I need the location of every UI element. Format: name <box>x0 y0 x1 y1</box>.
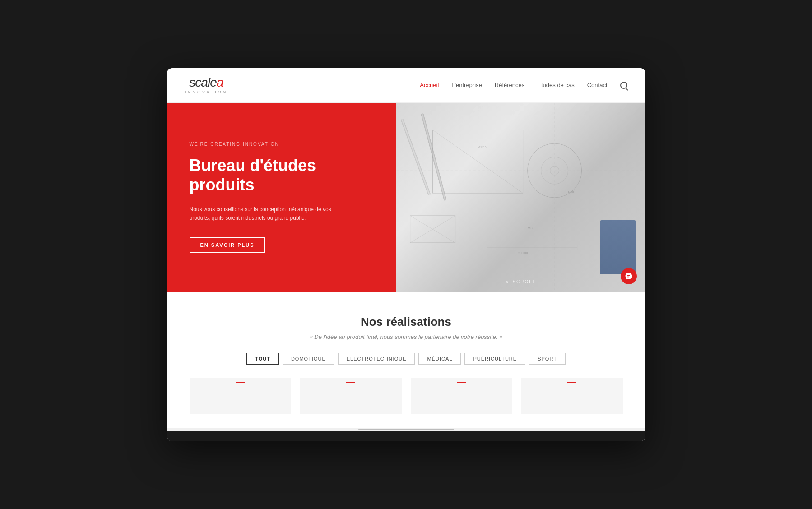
scrollbar-thumb[interactable] <box>358 429 454 430</box>
scroll-chevron: ∨ <box>506 279 510 284</box>
filter-tout[interactable]: TOUT <box>246 353 279 365</box>
site-header: scalea INNOVATION Accueil L'entreprise R… <box>167 68 645 103</box>
filter-medical[interactable]: MÉDICAL <box>418 353 461 365</box>
portfolio-item-1[interactable] <box>190 378 291 414</box>
hero-left-panel: WE'RE CREATING INNOVATION Bureau d'étude… <box>167 103 397 292</box>
hero-title: Bureau d'études produits <box>190 156 374 194</box>
portfolio-item-3[interactable] <box>411 378 512 414</box>
portfolio-grid <box>185 378 627 414</box>
nav-entreprise[interactable]: L'entreprise <box>451 82 482 88</box>
browser-frame: scalea INNOVATION Accueil L'entreprise R… <box>167 68 645 441</box>
realisations-section: Nos réalisations « De l'idée au produit … <box>167 292 645 428</box>
portfolio-item-2[interactable] <box>300 378 402 414</box>
filter-electrotechnique[interactable]: ELECTROTECHNIQUE <box>338 353 415 365</box>
nav-contact[interactable]: Contact <box>587 82 608 88</box>
chat-icon <box>625 272 633 280</box>
logo[interactable]: scalea INNOVATION <box>185 76 228 94</box>
nav-references[interactable]: Références <box>495 82 524 88</box>
logo-subtitle: INNOVATION <box>185 90 228 94</box>
section-subtitle: « De l'idée au produit final, nous somme… <box>185 333 627 340</box>
bottom-bar <box>167 431 645 441</box>
logo-text-a: a <box>217 75 223 89</box>
portfolio-item-4[interactable] <box>521 378 623 414</box>
scroll-indicator: ∨ SCROLL <box>506 279 536 284</box>
svg-text:R60: R60 <box>568 190 574 194</box>
logo-text-sc: scale <box>189 75 216 89</box>
svg-text:Ø12.5: Ø12.5 <box>478 145 487 148</box>
hero-description: Nous vous conseillons sur la conception … <box>190 205 343 222</box>
hero-cta-button[interactable]: EN SAVOIR PLUS <box>190 237 265 253</box>
hero-section: WE'RE CREATING INNOVATION Bureau d'étude… <box>167 103 645 292</box>
section-title: Nos réalisations <box>185 315 627 329</box>
nav-accueil[interactable]: Accueil <box>420 82 439 88</box>
filter-tabs: TOUT DOMOTIQUE ELECTROTECHNIQUE MÉDICAL … <box>185 353 627 365</box>
main-navigation: Accueil L'entreprise Références Etudes d… <box>420 82 627 89</box>
svg-line-1 <box>433 130 523 193</box>
scroll-label: SCROLL <box>512 279 536 284</box>
page-scrollbar[interactable] <box>167 428 645 431</box>
svg-text:200.00: 200.00 <box>518 251 528 255</box>
logo-wordmark: scalea <box>189 76 223 89</box>
nav-etudes[interactable]: Etudes de cas <box>537 82 574 88</box>
filter-domotique[interactable]: DOMOTIQUE <box>283 353 334 365</box>
hero-right-panel: M3 Ø12.5 R60 200.00 ∨ SCROLL <box>396 103 645 292</box>
chat-button[interactable] <box>621 268 637 284</box>
search-icon[interactable] <box>620 82 627 89</box>
filter-puericulture[interactable]: PUÉRICULTURE <box>464 353 525 365</box>
filter-sport[interactable]: SPORT <box>529 353 566 365</box>
hero-tagline: WE'RE CREATING INNOVATION <box>190 142 374 147</box>
hero-image: M3 Ø12.5 R60 200.00 <box>396 103 645 292</box>
caliper-decoration <box>600 220 636 274</box>
svg-text:M3: M3 <box>528 226 533 230</box>
